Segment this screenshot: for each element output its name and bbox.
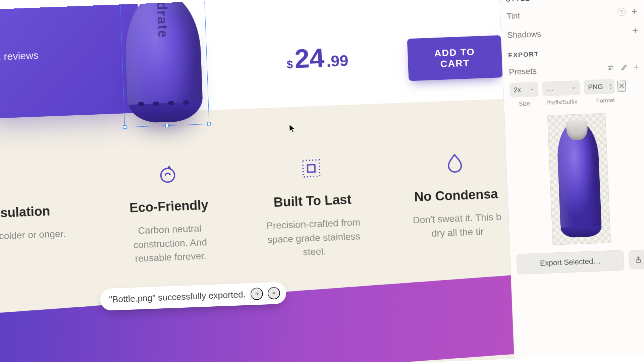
stepper-icon (608, 83, 613, 90)
shadows-add-button[interactable]: + (632, 25, 638, 35)
svg-point-1 (161, 168, 175, 182)
feature-title: Eco-Friendly (117, 197, 221, 216)
size-label: Size (519, 100, 531, 108)
add-to-cart-button[interactable]: ADD TO CART (407, 35, 503, 81)
feature-title: sulation (0, 203, 77, 222)
feature-insulation: sulation es colder or onger. (0, 167, 78, 272)
share-button[interactable] (628, 250, 644, 269)
toast-open-button[interactable] (250, 288, 263, 300)
chevron-down-icon (571, 85, 576, 90)
feature-desc: Precision-crafted from space grade stain… (262, 215, 366, 261)
svg-rect-2 (308, 165, 315, 172)
svg-point-5 (609, 68, 610, 70)
tint-help-button[interactable]: ? (617, 8, 626, 16)
recycle-icon (156, 163, 179, 185)
size-select[interactable]: 2x (509, 82, 539, 98)
export-preview (547, 113, 611, 245)
preview-bottle (556, 120, 602, 238)
export-selected-button[interactable]: Export Selected… (517, 250, 625, 275)
bottle-brand-text: Hydrate (153, 0, 170, 39)
price-major: 24 (294, 44, 325, 72)
reviews-text: 82 reviews (0, 50, 39, 63)
grid-square-icon (300, 157, 323, 180)
chevron-down-icon (529, 87, 534, 92)
format-select[interactable]: PNG (584, 79, 615, 95)
feature-title: No Condensa (405, 186, 508, 205)
feature-desc: Carbon neutral construction. And reusabl… (118, 221, 222, 266)
export-fields: 2x Size … Prefix/Suffix PNG ✕ (509, 78, 641, 108)
presets-add-button[interactable]: + (634, 62, 640, 72)
svg-point-4 (611, 66, 612, 67)
feature-desc: Don't sweat it. This b dry all the tir (406, 210, 509, 242)
cursor-icon (289, 124, 296, 134)
feature-desc: es colder or onger. (0, 226, 77, 244)
section-title: EXPORT (508, 50, 539, 59)
presets-edit-button[interactable] (620, 63, 628, 72)
inspector-panel: STYLE Tint ? + Shadows + EXPORT Presets (499, 0, 644, 359)
sliders-icon (606, 64, 614, 71)
format-value: PNG (588, 83, 603, 91)
size-value: 2x (514, 86, 521, 94)
features-row: sulation es colder or onger. Eco-Friendl… (0, 150, 510, 272)
design-canvas[interactable]: 82 reviews Hydrate $ 24 .99 ADD TO CART … (0, 0, 514, 362)
toast-close-button[interactable] (267, 287, 280, 300)
thermometer-icon (13, 168, 35, 191)
section-title: STYLE (506, 0, 530, 3)
format-remove-button[interactable]: ✕ (617, 80, 626, 92)
bottle-artwork[interactable]: Hydrate (117, 0, 210, 131)
reviews-row: 82 reviews (0, 50, 39, 64)
prefix-value: … (546, 85, 553, 93)
prefix-label: Prefix/Suffix (546, 99, 577, 107)
feature-condensation: No Condensa Don't sweat it. This b dry a… (403, 150, 510, 255)
pencil-icon (620, 63, 628, 71)
format-label: Format (596, 97, 615, 104)
price-currency: $ (286, 58, 293, 71)
feature-eco: Eco-Friendly Carbon neutral construction… (116, 161, 222, 266)
presets-label: Presets (509, 66, 537, 77)
prefix-select[interactable]: … (542, 80, 580, 96)
tint-label: Tint (506, 11, 520, 21)
shadows-label: Shadows (507, 29, 541, 40)
tint-add-button[interactable]: + (631, 6, 637, 16)
close-icon (271, 291, 276, 296)
feature-title: Built To Last (261, 192, 364, 210)
presets-settings-button[interactable] (606, 64, 614, 72)
svg-rect-3 (303, 160, 320, 177)
price: $ 24 .99 (286, 44, 349, 72)
toast-message: "Bottle.png" successfully exported. (109, 289, 246, 305)
feature-built: Built To Last Precision-crafted from spa… (260, 156, 366, 261)
droplet-icon (443, 152, 466, 174)
price-minor: .99 (326, 51, 348, 70)
share-icon (634, 256, 642, 263)
